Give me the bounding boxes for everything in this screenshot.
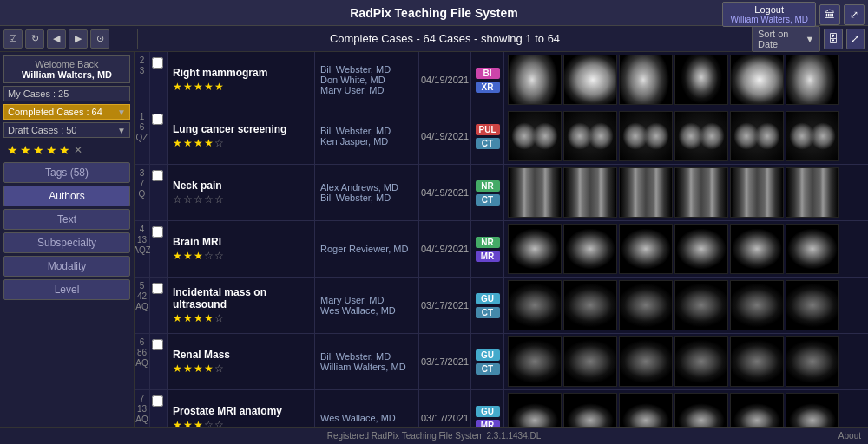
author-link[interactable]: Don White, MD (320, 75, 413, 85)
case-checkbox[interactable] (152, 283, 163, 294)
case-checkbox[interactable] (152, 339, 163, 350)
image-thumbnail[interactable] (508, 224, 562, 274)
image-thumbnail[interactable] (786, 111, 839, 161)
author-link[interactable]: Bill Webster, MD (320, 351, 413, 362)
image-thumbnail[interactable] (786, 280, 839, 330)
tag-badge[interactable]: BI (476, 68, 500, 79)
case-checkbox[interactable] (152, 170, 163, 181)
case-checkbox[interactable] (152, 395, 163, 407)
image-thumbnail[interactable] (674, 336, 728, 387)
image-thumbnail[interactable] (674, 167, 728, 218)
image-thumbnail[interactable] (730, 280, 784, 330)
image-thumbnail[interactable] (508, 111, 562, 161)
author-link[interactable]: Bill Webster, MD (320, 64, 413, 75)
case-title[interactable]: Neck pain (173, 180, 309, 192)
author-link[interactable]: Mary User, MD (320, 295, 413, 305)
case-title[interactable]: Brain MRI (173, 236, 309, 248)
author-link[interactable]: Wes Wallace, MD (320, 305, 413, 316)
archive-icon-button[interactable]: 🗄 (824, 29, 842, 49)
image-thumbnail[interactable] (786, 336, 839, 387)
tag-badge[interactable]: GU (476, 406, 500, 417)
tag-badge[interactable]: PUL (476, 124, 500, 135)
case-checkbox[interactable] (152, 114, 163, 125)
image-thumbnail[interactable] (619, 224, 673, 274)
level-filter-button[interactable]: Level (3, 279, 130, 300)
sidebar-completed-cases[interactable]: Completed Cases : 64 ▼ (3, 104, 130, 120)
image-thumbnail[interactable] (619, 167, 673, 218)
author-link[interactable]: William Walters, MD (320, 362, 413, 372)
image-thumbnail[interactable] (619, 393, 673, 427)
author-link[interactable]: Bill Webster, MD (320, 126, 413, 136)
tag-badge[interactable]: CT (476, 194, 500, 206)
sidebar-my-cases[interactable]: My Cases : 25 (3, 86, 130, 101)
subspecialty-filter-button[interactable]: Subspecialty (3, 232, 130, 253)
image-thumbnail[interactable] (674, 393, 728, 427)
image-thumbnail[interactable] (674, 224, 728, 274)
star-4[interactable]: ★ (46, 143, 57, 157)
image-thumbnail[interactable] (619, 336, 673, 387)
author-link[interactable]: Alex Andrews, MD (320, 182, 413, 193)
image-thumbnail[interactable] (730, 55, 784, 105)
image-thumbnail[interactable] (563, 111, 617, 161)
authors-filter-button[interactable]: Authors (3, 186, 130, 206)
prev-button[interactable]: ◀ (47, 29, 66, 49)
tag-badge[interactable]: NR (476, 237, 500, 248)
star-3[interactable]: ★ (33, 143, 44, 157)
case-title[interactable]: Renal Mass (173, 349, 309, 361)
case-title[interactable]: Right mammogram (173, 67, 309, 79)
tag-badge[interactable]: MR (476, 251, 500, 262)
text-filter-button[interactable]: Text (3, 209, 130, 230)
tag-badge[interactable]: NR (476, 180, 500, 192)
image-thumbnail[interactable] (619, 280, 673, 330)
modality-filter-button[interactable]: Modality (3, 256, 130, 277)
building-icon-button[interactable]: 🏛 (819, 4, 840, 25)
image-thumbnail[interactable] (563, 393, 617, 427)
image-thumbnail[interactable] (563, 336, 617, 387)
expand-icon-button[interactable]: ⤢ (844, 4, 865, 25)
image-thumbnail[interactable] (508, 167, 562, 218)
case-checkbox[interactable] (152, 57, 163, 69)
image-thumbnail[interactable] (508, 393, 562, 427)
image-thumbnail[interactable] (674, 280, 728, 330)
tag-badge[interactable]: XR (476, 82, 500, 93)
star-1[interactable]: ★ (7, 143, 18, 157)
tags-filter-button[interactable]: Tags (58) (3, 162, 130, 183)
author-link[interactable]: Bill Webster, MD (320, 193, 413, 203)
image-thumbnail[interactable] (563, 55, 617, 105)
tag-badge[interactable]: GU (476, 349, 500, 361)
fullscreen-icon-button[interactable]: ⤢ (846, 29, 865, 49)
image-thumbnail[interactable] (508, 280, 562, 330)
image-thumbnail[interactable] (619, 111, 673, 161)
image-thumbnail[interactable] (730, 336, 784, 387)
tag-badge[interactable]: CT (476, 307, 500, 318)
image-thumbnail[interactable] (619, 55, 673, 105)
cases-list[interactable]: 23Right mammogram★★★★★Bill Webster, MDDo… (135, 52, 868, 427)
tag-badge[interactable]: GU (476, 293, 500, 304)
sidebar-draft-cases[interactable]: Draft Cases : 50 ▼ (3, 122, 130, 138)
case-checkbox[interactable] (152, 226, 163, 238)
author-link[interactable]: Mary User, MD (320, 85, 413, 95)
home-button[interactable]: ⊙ (90, 29, 109, 49)
image-thumbnail[interactable] (786, 55, 839, 105)
author-link[interactable]: Wes Wallace, MD (320, 413, 413, 423)
image-thumbnail[interactable] (563, 224, 617, 274)
star-clear-button[interactable]: ✕ (74, 144, 82, 156)
case-title[interactable]: Lung cancer screening (173, 123, 309, 135)
about-link[interactable]: About (838, 431, 861, 441)
author-link[interactable]: Roger Reviewer, MD (320, 244, 413, 254)
image-thumbnail[interactable] (786, 393, 839, 427)
logout-button[interactable]: Logout William Walters, MD (722, 2, 816, 27)
image-thumbnail[interactable] (563, 280, 617, 330)
image-thumbnail[interactable] (674, 55, 728, 105)
image-thumbnail[interactable] (730, 167, 784, 218)
image-thumbnail[interactable] (730, 393, 784, 427)
tag-badge[interactable]: CT (476, 138, 500, 149)
case-title[interactable]: Incidental mass on ultrasound (173, 286, 309, 310)
select-all-button[interactable]: ☑ (3, 29, 23, 49)
image-thumbnail[interactable] (674, 111, 728, 161)
tag-badge[interactable]: CT (476, 363, 500, 375)
case-title[interactable]: Prostate MRI anatomy (173, 405, 309, 417)
image-thumbnail[interactable] (563, 167, 617, 218)
sort-button[interactable]: Sort on Date ▼ (752, 26, 820, 52)
tag-badge[interactable]: MR (476, 420, 500, 428)
